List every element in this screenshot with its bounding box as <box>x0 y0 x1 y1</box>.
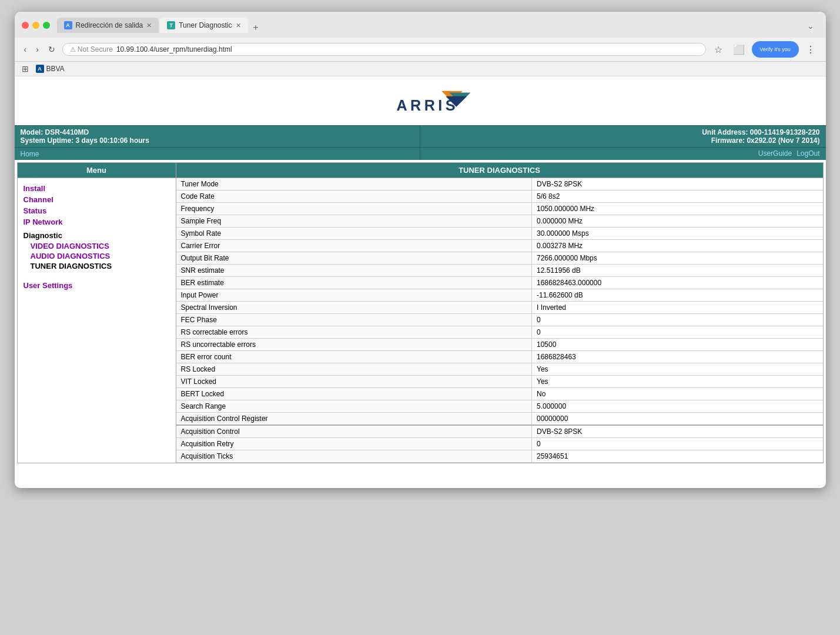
bookmark-bbva-label: BBVA <box>46 65 65 73</box>
browser-window: A Redirección de salida ✕ T Tuner Diagno… <box>15 12 826 488</box>
profile-button[interactable]: Verify it's you <box>752 41 799 58</box>
address-text[interactable]: 10.99.100.4/user_rpm/tunerdiag.html <box>116 45 698 54</box>
home-link[interactable]: Home <box>21 150 39 158</box>
diag-value: 0.000000 MHz <box>532 215 823 228</box>
tab-0[interactable]: A Redirección de salida ✕ <box>57 18 159 33</box>
diag-value: 0 <box>532 326 823 339</box>
diag-label: FEC Phase <box>176 314 532 326</box>
table-row: SNR estimate12.511956 dB <box>176 265 823 277</box>
logout-link[interactable]: LogOut <box>797 149 819 158</box>
bookmark-star-button[interactable]: ☆ <box>711 42 726 57</box>
diag-value: 0 <box>532 438 823 450</box>
forward-button[interactable]: › <box>34 44 41 55</box>
diag-value: 1686828463.000000 <box>532 277 823 289</box>
model-label: Model: DSR-4410MD <box>21 128 414 136</box>
uptime-label: System Uptime: 3 days 00:10:06 hours <box>21 136 414 145</box>
diag-label: Spectral Inversion <box>176 302 532 314</box>
refresh-button[interactable]: ↻ <box>46 44 58 55</box>
tabs-row: A Redirección de salida ✕ T Tuner Diagno… <box>57 18 819 33</box>
diag-label: Sample Freq <box>176 215 532 228</box>
diag-label: Frequency <box>176 203 532 215</box>
back-button[interactable]: ‹ <box>22 44 29 55</box>
page-nav-bar: Home UserGuide LogOut <box>15 147 826 160</box>
table-row: RS correctable errors0 <box>176 326 823 339</box>
diag-value: Yes <box>532 363 823 376</box>
diag-label: Acquisition Control Register <box>176 413 532 426</box>
diag-label: Code Rate <box>176 190 532 203</box>
diag-label: BERT Locked <box>176 388 532 400</box>
apps-icon[interactable]: ⊞ <box>22 64 29 73</box>
diag-label: VIT Locked <box>176 376 532 388</box>
bookmarks-bar: ⊞ A BBVA <box>15 62 826 76</box>
tab-overflow-button[interactable]: ⌄ <box>802 19 819 33</box>
table-row: Input Power-11.662600 dB <box>176 289 823 302</box>
sidebar-user-settings-link[interactable]: User Settings <box>24 280 170 291</box>
page-content: ARRIS Model: DSR-4410MD System Uptime: 3… <box>15 76 826 488</box>
sidebar-status-link[interactable]: Status <box>24 205 170 216</box>
table-row: BER error count1686828463 <box>176 351 823 363</box>
sidebar-channel-link[interactable]: Channel <box>24 194 170 205</box>
sidebar-content: Install Channel Status IP Network Diagno… <box>18 178 176 296</box>
diag-value: 00000000 <box>532 413 823 426</box>
diag-value: 1686828463 <box>532 351 823 363</box>
diag-value: DVB-S2 8PSK <box>532 178 823 190</box>
diag-value: 0 <box>532 314 823 326</box>
nav-right: UserGuide LogOut <box>420 148 826 160</box>
table-row: Frequency1050.000000 MHz <box>176 203 823 215</box>
share-button[interactable]: ⬜ <box>729 42 748 57</box>
table-row: Search Range5.000000 <box>176 400 823 413</box>
firmware-label: Firmware: 0x292.02 (Nov 7 2014) <box>426 136 820 145</box>
close-window-button[interactable] <box>22 22 29 29</box>
nav-left: Home <box>15 148 421 160</box>
header-right: Unit Address: 000-11419-91328-220 Firmwa… <box>420 126 826 147</box>
bookmark-bbva[interactable]: A BBVA <box>36 65 65 73</box>
table-row: Sample Freq0.000000 MHz <box>176 215 823 228</box>
sidebar-video-diag-link[interactable]: VIDEO DIAGNOSTICS <box>24 241 170 251</box>
tuner-diag-text: TUNER DIAGNOSTICS <box>24 261 170 271</box>
table-row: VIT LockedYes <box>176 376 823 388</box>
tab-1[interactable]: T Tuner Diagnostic ✕ <box>160 18 248 33</box>
diag-value: 7266.000000 Mbps <box>532 252 823 265</box>
sidebar-audio-diag-link[interactable]: AUDIO DIAGNOSTICS <box>24 251 170 261</box>
sidebar-install-link[interactable]: Install <box>24 183 170 194</box>
not-secure-label: Not Secure <box>78 45 113 54</box>
diag-value: 5.000000 <box>532 400 823 413</box>
nav-actions: ☆ ⬜ Verify it's you ⋮ <box>711 41 819 58</box>
diagnostics-title: TUNER DIAGNOSTICS <box>176 163 823 178</box>
userguide-link[interactable]: UserGuide <box>758 149 792 158</box>
address-bar[interactable]: ⚠ Not Secure 10.99.100.4/user_rpm/tunerd… <box>62 43 706 56</box>
diag-label: Acquisition Retry <box>176 438 532 450</box>
diag-label: Acquisition Ticks <box>176 450 532 463</box>
tab-1-close[interactable]: ✕ <box>236 22 241 29</box>
tab-1-label: Tuner Diagnostic <box>179 21 232 29</box>
diag-label: BER estimate <box>176 277 532 289</box>
table-row: BERT LockedNo <box>176 388 823 400</box>
unit-address-label: Unit Address: 000-11419-91328-220 <box>426 128 820 136</box>
maximize-window-button[interactable] <box>43 22 50 29</box>
diag-label: Input Power <box>176 289 532 302</box>
diag-label: RS correctable errors <box>176 326 532 339</box>
tab-0-label: Redirección de salida <box>76 21 143 29</box>
diag-label: Search Range <box>176 400 532 413</box>
new-tab-button[interactable]: + <box>249 22 262 33</box>
diagnostic-section-title: Diagnostic <box>24 231 170 240</box>
browser-navbar: ‹ › ↻ ⚠ Not Secure 10.99.100.4/user_rpm/… <box>15 38 826 62</box>
sidebar-ipnetwork-link[interactable]: IP Network <box>24 216 170 228</box>
diagnostics-table: Tuner ModeDVB-S2 8PSKCode Rate5/6 8s2Fre… <box>176 178 823 463</box>
menu-button[interactable]: ⋮ <box>802 42 819 57</box>
table-row: Symbol Rate30.000000 Msps <box>176 228 823 240</box>
sidebar: Menu Install Channel Status IP Network D… <box>18 163 176 463</box>
diag-label: Carrier Error <box>176 240 532 252</box>
logo-area: ARRIS <box>15 76 826 125</box>
tab-0-close[interactable]: ✕ <box>146 22 152 29</box>
table-row: Output Bit Rate7266.000000 Mbps <box>176 252 823 265</box>
diag-label: RS Locked <box>176 363 532 376</box>
not-secure-indicator: ⚠ Not Secure <box>70 45 113 54</box>
table-row: Spectral InversionI Inverted <box>176 302 823 314</box>
warning-icon: ⚠ <box>70 46 76 54</box>
diag-value: No <box>532 388 823 400</box>
tab-0-icon: A <box>64 21 72 29</box>
table-row: RS uncorrectable errors10500 <box>176 339 823 351</box>
minimize-window-button[interactable] <box>32 22 39 29</box>
diag-label: Output Bit Rate <box>176 252 532 265</box>
